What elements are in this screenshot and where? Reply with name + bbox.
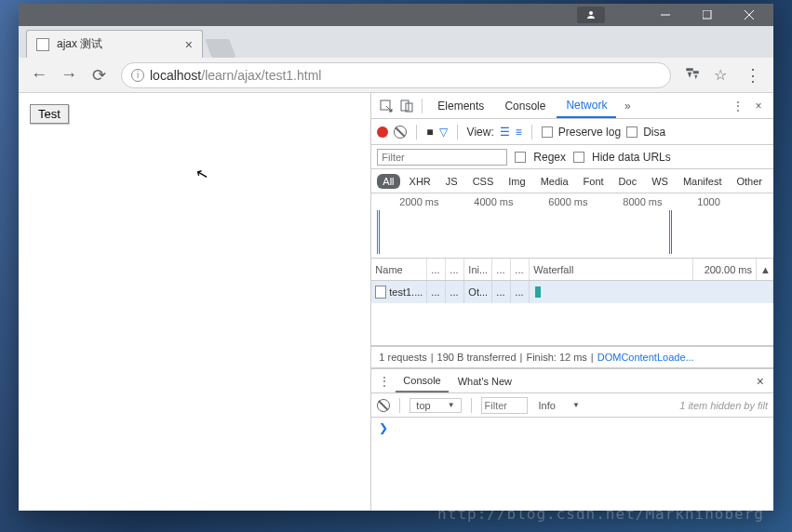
page-icon [36, 38, 49, 51]
drawer-menu-icon[interactable]: ⋮ [375, 372, 394, 391]
more-tabs-icon[interactable]: » [618, 97, 637, 115]
site-info-icon[interactable]: i [131, 69, 144, 82]
row-time: ... [511, 281, 530, 303]
browser-tab[interactable]: ajax 测试 × [26, 30, 203, 58]
col-sort[interactable]: ▲ [757, 259, 773, 280]
console-toolbar: top▼ Info▼ 1 item hidden by filt [371, 393, 773, 418]
col-name[interactable]: Name [371, 259, 427, 280]
drawer-tab-console[interactable]: Console [396, 369, 448, 392]
hide-data-urls-checkbox[interactable] [573, 152, 584, 163]
context-selector[interactable]: top▼ [409, 398, 461, 413]
tab-title: ajax 测试 [57, 36, 102, 52]
view-overview-icon[interactable]: ≡ [516, 126, 522, 139]
view-list-icon[interactable]: ☰ [500, 126, 510, 139]
drawer-tab-whatsnew[interactable]: What's New [450, 369, 519, 392]
close-tab-icon[interactable]: × [185, 37, 193, 52]
regex-checkbox[interactable] [515, 152, 526, 163]
summary-finish: Finish: 12 ms [526, 352, 586, 363]
clear-console-icon[interactable] [377, 399, 390, 412]
empty-rows [371, 303, 773, 346]
translate-icon[interactable] [684, 66, 703, 85]
type-ws[interactable]: WS [646, 174, 674, 189]
maximize-button[interactable] [686, 4, 728, 26]
preserve-log-checkbox[interactable] [542, 126, 553, 138]
device-toggle-icon[interactable] [397, 97, 416, 115]
resource-type-bar: All XHR JS CSS Img Media Font Doc WS Man… [371, 169, 773, 193]
row-waterfall [530, 281, 773, 303]
col-waterfall[interactable]: Waterfall [530, 259, 693, 280]
tab-network[interactable]: Network [557, 93, 616, 118]
type-all[interactable]: All [377, 174, 399, 189]
timeline-tick: 6000 ms [548, 196, 587, 207]
col-size[interactable]: ... [492, 259, 511, 280]
type-css[interactable]: CSS [467, 174, 500, 189]
hide-data-urls-label: Hide data URLs [592, 151, 671, 164]
col-time[interactable]: ... [511, 259, 530, 280]
url-host: localhost [150, 68, 201, 83]
timeline-tick: 2000 ms [399, 196, 438, 207]
element-picker-icon[interactable] [377, 97, 396, 115]
log-level-selector[interactable]: Info▼ [533, 399, 585, 412]
mouse-cursor-icon: ↖ [194, 165, 209, 185]
col-status[interactable]: ... [427, 259, 446, 280]
filter-input[interactable] [377, 149, 507, 166]
type-font[interactable]: Font [578, 174, 610, 189]
preserve-log-label: Preserve log [558, 126, 621, 139]
user-profile-button[interactable] [577, 7, 605, 23]
row-status: ... [427, 281, 446, 303]
url-input[interactable]: i localhost/learn/ajax/test1.html [121, 62, 671, 88]
separator [399, 398, 400, 413]
type-manifest[interactable]: Manifest [678, 174, 728, 189]
timeline-tick: 8000 ms [623, 196, 662, 207]
col-initiator[interactable]: Ini... [464, 259, 492, 280]
menu-button[interactable]: ⋮ [740, 62, 766, 88]
reload-button[interactable]: ⟳ [86, 62, 112, 88]
window-titlebar [19, 4, 773, 26]
clear-button[interactable] [394, 126, 407, 139]
test-button[interactable]: Test [30, 104, 69, 124]
hidden-items-label: 1 item hidden by filt [679, 400, 768, 411]
url-path: /learn/ajax/test1.html [201, 68, 321, 83]
disable-cache-checkbox[interactable] [626, 126, 638, 138]
close-button[interactable] [728, 4, 770, 26]
request-table-header: Name ... ... Ini... ... ... Waterfall 20… [371, 259, 773, 281]
type-doc[interactable]: Doc [613, 174, 643, 189]
col-type[interactable]: ... [446, 259, 464, 280]
record-button[interactable] [377, 126, 388, 138]
network-timeline[interactable]: 2000 ms 4000 ms 6000 ms 8000 ms 1000 [371, 193, 773, 259]
separator [471, 398, 472, 413]
forward-button[interactable]: → [56, 62, 82, 88]
console-input[interactable]: ❯ [371, 418, 773, 511]
separator [457, 125, 458, 140]
type-js[interactable]: JS [440, 174, 463, 189]
type-other[interactable]: Other [731, 174, 768, 189]
back-button[interactable]: ← [26, 62, 52, 88]
waterfall-bar [535, 286, 541, 298]
col-timing[interactable]: 200.00 ms [693, 259, 757, 280]
console-prompt-icon: ❯ [379, 421, 388, 434]
table-row[interactable]: test1.... ... ... Ot... ... ... [371, 281, 773, 303]
type-xhr[interactable]: XHR [404, 174, 436, 189]
network-summary: 1 requests| 190 B transferred| Finish: 1… [371, 346, 773, 368]
new-tab-button[interactable] [205, 39, 235, 58]
document-icon [375, 286, 386, 299]
tab-console[interactable]: Console [495, 93, 555, 118]
type-img[interactable]: Img [503, 174, 530, 189]
minimize-button[interactable] [644, 4, 686, 26]
row-name: test1.... [371, 281, 427, 303]
timeline-marker [669, 210, 670, 254]
filter-toggle-icon[interactable]: ▽ [439, 126, 448, 139]
devtools-menu-icon[interactable]: ⋮ [729, 97, 747, 115]
devtools-close-icon[interactable]: × [749, 97, 768, 115]
tab-strip: ajax 测试 × [19, 26, 773, 58]
drawer-close-icon[interactable]: × [751, 374, 770, 389]
devtools-panel: Elements Console Network » ⋮ × ■ ▽ View:… [370, 93, 773, 511]
bookmark-star-icon[interactable]: ☆ [714, 66, 732, 85]
camera-icon[interactable]: ■ [426, 126, 433, 139]
type-media[interactable]: Media [535, 174, 574, 189]
console-filter-input[interactable] [481, 397, 528, 414]
drawer-tabs: ⋮ Console What's New × [371, 369, 773, 393]
view-label: View: [467, 126, 494, 139]
row-type: ... [446, 281, 464, 303]
tab-elements[interactable]: Elements [428, 93, 493, 118]
